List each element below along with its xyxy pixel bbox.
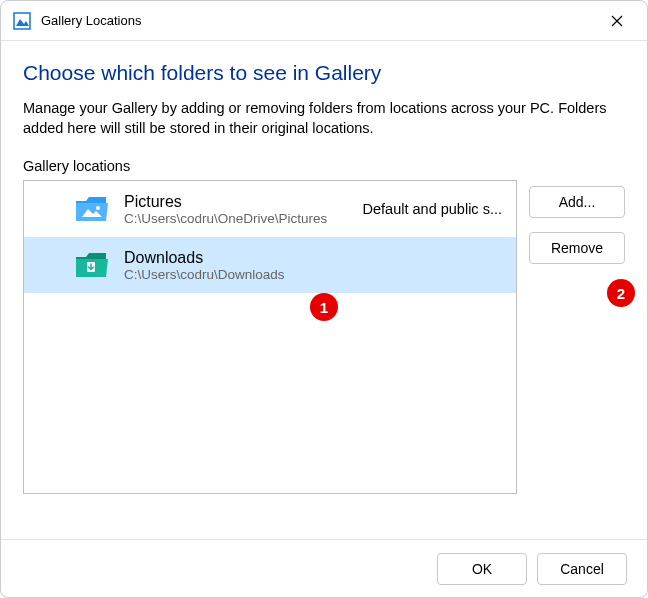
pictures-folder-icon	[74, 195, 108, 223]
svg-point-5	[96, 206, 100, 210]
location-tag: Default and public s...	[363, 201, 502, 217]
location-name: Pictures	[124, 193, 351, 211]
window-title: Gallery Locations	[41, 13, 595, 28]
page-heading: Choose which folders to see in Gallery	[23, 61, 625, 85]
location-name: Downloads	[124, 249, 502, 267]
location-path: C:\Users\codru\OneDrive\Pictures	[124, 211, 351, 226]
downloads-folder-icon	[74, 251, 108, 279]
ok-button[interactable]: OK	[437, 553, 527, 585]
location-path: C:\Users\codru\Downloads	[124, 267, 502, 282]
section-label: Gallery locations	[23, 158, 625, 174]
titlebar: Gallery Locations	[1, 1, 647, 41]
locations-listbox[interactable]: Pictures C:\Users\codru\OneDrive\Picture…	[23, 180, 517, 494]
page-subtext: Manage your Gallery by adding or removin…	[23, 99, 625, 138]
add-button[interactable]: Add...	[529, 186, 625, 218]
svg-rect-0	[14, 13, 30, 29]
gallery-locations-dialog: Gallery Locations Choose which folders t…	[0, 0, 648, 598]
close-button[interactable]	[595, 5, 639, 37]
cancel-button[interactable]: Cancel	[537, 553, 627, 585]
remove-button[interactable]: Remove	[529, 232, 625, 264]
dialog-footer: OK Cancel	[1, 539, 647, 597]
app-icon	[13, 12, 31, 30]
dialog-content: Choose which folders to see in Gallery M…	[1, 41, 647, 539]
location-item-pictures[interactable]: Pictures C:\Users\codru\OneDrive\Picture…	[24, 181, 516, 237]
side-button-group: Add... Remove	[529, 180, 625, 539]
location-item-downloads[interactable]: Downloads C:\Users\codru\Downloads	[24, 237, 516, 293]
